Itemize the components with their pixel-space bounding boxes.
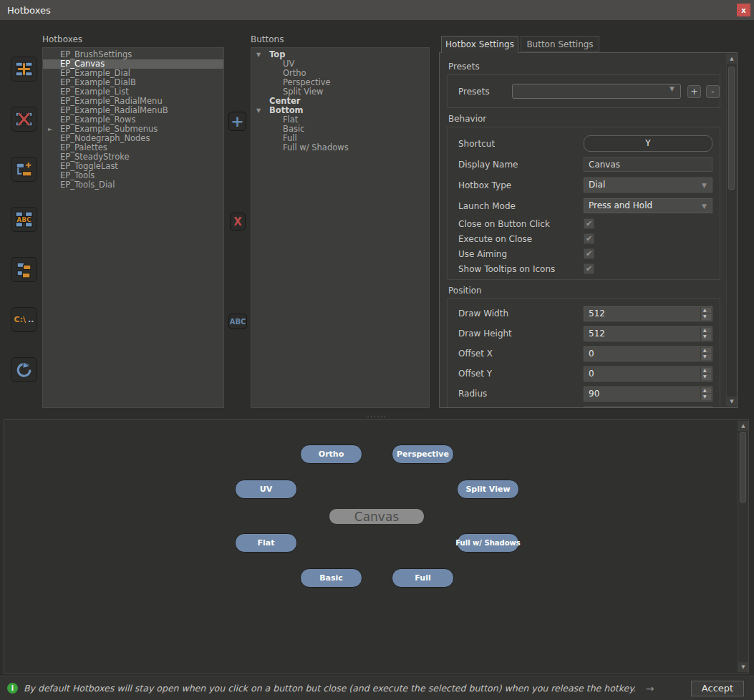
tree-item[interactable]: Perspective (251, 78, 429, 87)
list-item-label: EP_Example_Submenus (60, 124, 158, 134)
tab-button-settings[interactable]: Button Settings (521, 36, 599, 52)
tree-group-label: Bottom (269, 105, 304, 115)
open-hotbox-folder-button[interactable]: C:\ .. (11, 307, 37, 332)
draw-width-label: Draw Width (458, 308, 584, 319)
presets-group: Presets + - (447, 74, 720, 108)
tree-item[interactable]: Flat (251, 115, 429, 125)
presets-dropdown[interactable] (512, 84, 681, 99)
preview-center-canvas[interactable]: Canvas (329, 508, 425, 525)
show-tooltips-label: Show Tooltips on Icons (458, 264, 584, 274)
tree-item[interactable]: Basic (251, 125, 429, 134)
new-child-hotbox-button[interactable] (11, 157, 37, 182)
scroll-down-icon[interactable]: ▼ (738, 662, 748, 672)
scrollbar-thumb[interactable] (740, 432, 746, 502)
launch-mode-label: Launch Mode (458, 201, 584, 211)
preview-scrollbar[interactable]: ▲ ▼ (738, 421, 748, 672)
preview-button-ortho[interactable]: Ortho (300, 444, 362, 464)
close-icon[interactable]: x (737, 4, 750, 16)
collapse-arrow-icon[interactable]: ▼ (256, 106, 261, 115)
hotbox-plus-icon (14, 59, 34, 79)
execute-on-close-label: Execute on Close (458, 234, 584, 244)
hotbox-type-dropdown[interactable]: Dial (584, 178, 712, 193)
hotbox-type-value: Dial (589, 180, 605, 190)
scrollbar-thumb[interactable] (728, 67, 735, 190)
preset-remove-button[interactable]: - (706, 85, 720, 98)
launch-mode-dropdown[interactable]: Press and Hold (584, 198, 712, 213)
use-aiming-checkbox[interactable] (584, 248, 594, 259)
spinner-arrows (700, 387, 712, 401)
radius-spinner[interactable]: 90 (584, 387, 712, 402)
buttons-panel-label: Buttons (251, 34, 284, 44)
tree-group-top[interactable]: ▼Top (251, 50, 429, 59)
hotbox-type-label: Hotbox Type (458, 180, 584, 190)
preview-button-full[interactable]: Full (392, 568, 454, 588)
presets-section-label: Presets (448, 62, 737, 72)
spin-down-icon[interactable] (702, 394, 711, 400)
close-on-button-click-checkbox[interactable] (584, 218, 594, 229)
tree-item[interactable]: UV (251, 59, 429, 69)
tab-hotbox-settings[interactable]: Hotbox Settings (441, 36, 518, 53)
tree-item[interactable]: Ortho (251, 69, 429, 78)
preview-button-flat[interactable]: Flat (235, 533, 297, 553)
preview-button-full-w-shadows[interactable]: Full w/ Shadows (457, 533, 519, 553)
offset-y-spinner[interactable]: 0 (584, 366, 712, 381)
preview-button-split-view[interactable]: Split View (457, 480, 519, 499)
offset-x-spinner[interactable]: 0 (584, 346, 712, 361)
offset-y-label: Offset Y (458, 369, 584, 379)
hotboxes-list: EP_BrushSettings EP_Canvas EP_Example_Di… (42, 47, 224, 408)
execute-on-close-checkbox[interactable] (584, 233, 594, 244)
delete-hotbox-button[interactable] (11, 107, 37, 132)
buttons-tree: ▼Top UV Ortho Perspective Split View Cen… (251, 47, 430, 408)
panel-splitter[interactable]: ...... (0, 412, 754, 419)
spin-up-icon[interactable] (702, 408, 711, 409)
rename-button-button[interactable]: ABC (228, 313, 247, 329)
add-hotbox-button[interactable] (11, 57, 37, 82)
close-on-button-click-label: Close on Button Click (458, 219, 584, 229)
preview-button-uv[interactable]: UV (235, 480, 297, 499)
draw-height-label: Draw Height (458, 329, 584, 339)
path-dots-label: .. (28, 315, 34, 324)
tree-group-bottom[interactable]: ▼Bottom (251, 106, 429, 115)
draw-width-value: 512 (584, 307, 700, 321)
collapse-arrow-icon[interactable]: ▼ (256, 50, 261, 59)
abc-label: ABC (16, 216, 31, 223)
scroll-up-icon[interactable]: ▲ (738, 421, 748, 431)
tree-item[interactable]: Full w/ Shadows (251, 143, 429, 152)
show-tooltips-checkbox[interactable] (584, 263, 594, 274)
spinner-arrows (700, 407, 712, 409)
reload-hotboxes-button[interactable] (11, 357, 37, 382)
spin-down-icon[interactable] (702, 314, 711, 320)
spin-down-icon[interactable] (702, 354, 711, 360)
spin-up-icon[interactable] (702, 368, 711, 374)
preview-button-perspective[interactable]: Perspective (392, 444, 454, 464)
spin-up-icon[interactable] (702, 388, 711, 394)
info-icon: i (7, 683, 18, 694)
draw-width-spinner[interactable]: 512 (584, 306, 712, 321)
list-item[interactable]: EP_Tools_Dial (43, 180, 223, 190)
display-name-input[interactable] (584, 157, 712, 172)
behavior-group: Shortcut Y Display Name Hotbox Type Dial… (447, 127, 720, 280)
settings-scrollbar[interactable]: ▲ ▼ (726, 54, 736, 407)
spin-down-icon[interactable] (702, 334, 711, 340)
add-button-button[interactable]: + (228, 112, 246, 131)
shortcut-field[interactable]: Y (584, 135, 712, 152)
spin-up-icon[interactable] (702, 308, 711, 313)
rename-hotbox-button[interactable]: ABC (11, 207, 37, 232)
reorder-hotboxes-button[interactable] (11, 257, 37, 282)
scroll-down-icon[interactable]: ▼ (727, 397, 737, 407)
spin-down-icon[interactable] (702, 374, 711, 380)
spin-up-icon[interactable] (702, 328, 711, 334)
position-section-label: Position (448, 286, 737, 296)
preview-button-basic[interactable]: Basic (300, 568, 362, 588)
stacked-rects-icon (14, 260, 34, 279)
clipped-spinner[interactable] (584, 407, 712, 409)
expand-arrow-icon[interactable]: ► (48, 125, 52, 134)
preset-add-button[interactable]: + (687, 85, 701, 98)
presets-label: Presets (458, 87, 512, 97)
spin-up-icon[interactable] (702, 348, 711, 354)
accept-button[interactable]: Accept (691, 681, 744, 696)
delete-button-button[interactable]: X (230, 213, 246, 230)
draw-height-spinner[interactable]: 512 (584, 326, 712, 341)
spinner-arrows (700, 327, 712, 341)
scroll-up-icon[interactable]: ▲ (727, 54, 737, 64)
